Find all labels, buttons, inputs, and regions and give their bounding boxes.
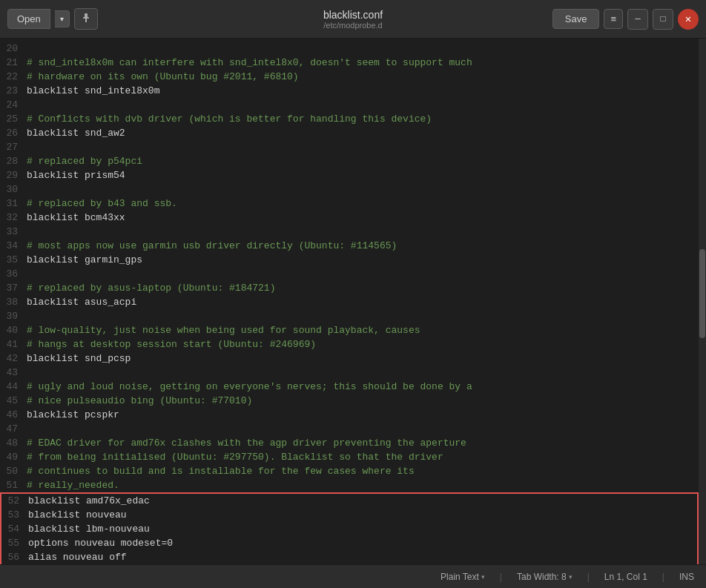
code-line: 41# hangs at desktop session start (Ubun… — [0, 337, 699, 351]
editor: 2021# snd_intel8x0m can interfere with s… — [0, 39, 706, 564]
ins-indicator: INS — [679, 572, 694, 582]
code-line: 25# Conflicts with dvb driver (which is … — [0, 112, 699, 126]
line-content: # hangs at desktop session start (Ubuntu… — [27, 337, 699, 351]
code-area[interactable]: 2021# snd_intel8x0m can interfere with s… — [0, 39, 699, 564]
maximize-button[interactable]: □ — [653, 9, 673, 30]
code-line: 23blacklist snd_intel8x0m — [0, 84, 699, 98]
line-content — [27, 182, 699, 196]
line-number: 46 — [0, 408, 27, 422]
line-number: 30 — [0, 182, 27, 196]
svg-rect-1 — [85, 19, 87, 22]
line-number: 37 — [0, 281, 27, 295]
code-line: 47 — [0, 422, 699, 436]
line-content — [27, 225, 699, 239]
line-number: 55 — [1, 536, 28, 550]
line-number: 25 — [0, 112, 27, 126]
line-content — [27, 422, 699, 436]
line-content: # snd_intel8x0m can interfere with snd_i… — [27, 56, 699, 70]
line-number: 39 — [0, 309, 27, 323]
code-line: 50# continues to build and is installabl… — [0, 464, 699, 478]
file-path: /etc/modprobe.d — [323, 21, 383, 30]
scrollbar-thumb[interactable] — [699, 249, 705, 338]
tab-width-selector[interactable]: Tab Width: 8 ▾ — [517, 572, 573, 582]
code-line: 34# most apps now use garmin usb driver … — [0, 239, 699, 253]
status-sep-1: | — [500, 572, 502, 582]
code-line: 42blacklist snd_pcsp — [0, 351, 699, 366]
open-button[interactable]: Open — [7, 9, 50, 29]
status-sep-2: | — [587, 572, 590, 582]
statusbar: Plain Text ▾ | Tab Width: 8 ▾ | Ln 1, Co… — [0, 564, 706, 588]
code-line: 51# really_needed. — [0, 478, 699, 492]
line-content: alias nouveau off — [28, 550, 697, 564]
file-title: blacklist.conf — [323, 9, 383, 21]
code-line: 48# EDAC driver for amd76x clashes with … — [0, 436, 699, 450]
scrollbar[interactable] — [699, 39, 706, 564]
line-content: # EDAC driver for amd76x clashes with th… — [27, 436, 699, 450]
line-number: 26 — [0, 126, 27, 140]
code-line: 20 — [0, 42, 699, 56]
line-number: 24 — [0, 98, 27, 112]
line-content — [27, 98, 699, 112]
line-number: 56 — [1, 550, 28, 564]
pin-button[interactable] — [74, 8, 98, 30]
code-line: 31# replaced by b43 and ssb. — [0, 196, 699, 211]
minimize-button[interactable]: — — [627, 9, 648, 30]
code-line: 43 — [0, 366, 699, 380]
line-content: blacklist nouveau — [28, 508, 697, 522]
line-content: # replaced by p54pci — [27, 154, 699, 168]
line-content — [27, 267, 699, 281]
code-line: 39 — [0, 309, 699, 323]
plain-text-selector[interactable]: Plain Text ▾ — [441, 572, 485, 582]
svg-rect-2 — [83, 17, 89, 19]
code-line: 38blacklist asus_acpi — [0, 295, 699, 309]
menu-button[interactable]: ≡ — [604, 9, 623, 29]
line-number: 49 — [0, 450, 27, 464]
line-number: 53 — [1, 508, 28, 522]
code-line: 27 — [0, 140, 699, 154]
tab-width-arrow: ▾ — [569, 573, 573, 581]
line-content: blacklist garmin_gps — [27, 253, 699, 267]
line-number: 52 — [1, 494, 28, 508]
position-label: Ln 1, Col 1 — [604, 572, 647, 582]
highlighted-code-line: 56alias nouveau off — [1, 550, 697, 564]
close-button[interactable]: ✕ — [678, 9, 699, 30]
editor-content: 2021# snd_intel8x0m can interfere with s… — [0, 39, 706, 564]
line-number: 48 — [0, 436, 27, 450]
tab-width-label: Tab Width: 8 — [517, 572, 567, 582]
position-indicator[interactable]: Ln 1, Col 1 — [604, 572, 647, 582]
plain-text-label: Plain Text — [441, 572, 479, 582]
code-line: 22# hardware on its own (Ubuntu bug #201… — [0, 70, 699, 84]
line-content — [27, 42, 699, 56]
line-content: # most apps now use garmin usb driver di… — [27, 239, 699, 253]
line-number: 38 — [0, 295, 27, 309]
line-content: # nice pulseaudio bing (Ubuntu: #77010) — [27, 394, 699, 408]
line-content: # really_needed. — [27, 478, 699, 492]
line-content: blacklist amd76x_edac — [28, 494, 697, 508]
line-number: 42 — [0, 351, 27, 366]
line-content: blacklist snd_intel8x0m — [27, 84, 699, 98]
code-line: 32blacklist bcm43xx — [0, 211, 699, 225]
code-line: 36 — [0, 267, 699, 281]
code-line: 40# low-quality, just noise when being u… — [0, 323, 699, 337]
line-content — [27, 309, 699, 323]
line-content: # low-quality, just noise when being use… — [27, 323, 699, 337]
open-dropdown-button[interactable]: ▾ — [55, 10, 70, 27]
line-number: 21 — [0, 56, 27, 70]
line-number: 44 — [0, 380, 27, 394]
line-number: 50 — [0, 464, 27, 478]
line-content: blacklist snd_pcsp — [27, 351, 699, 366]
plain-text-arrow: ▾ — [481, 573, 485, 581]
code-line: 37# replaced by asus-laptop (Ubuntu: #18… — [0, 281, 699, 295]
save-button[interactable]: Save — [552, 9, 600, 29]
line-content: blacklist bcm43xx — [27, 211, 699, 225]
line-content: # continues to build and is installable … — [27, 464, 699, 478]
line-content — [27, 366, 699, 380]
line-number: 27 — [0, 140, 27, 154]
line-number: 33 — [0, 225, 27, 239]
line-number: 43 — [0, 366, 27, 380]
line-content: # replaced by asus-laptop (Ubuntu: #1847… — [27, 281, 699, 295]
line-number: 36 — [0, 267, 27, 281]
line-number: 28 — [0, 154, 27, 168]
line-content: options nouveau modeset=0 — [28, 536, 697, 550]
line-number: 40 — [0, 323, 27, 337]
